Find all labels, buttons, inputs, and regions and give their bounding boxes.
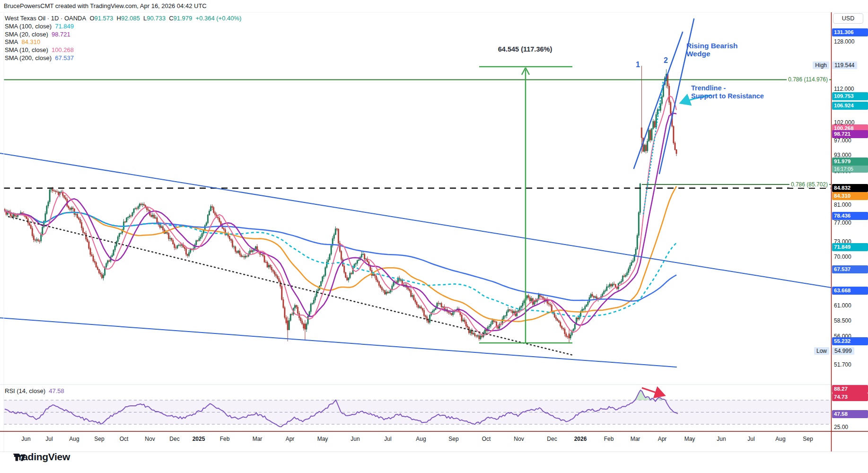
time-axis-label: Dec	[547, 436, 557, 442]
price-axis-badge: 67.537	[832, 265, 868, 273]
rsi-axis-badge: 74.73	[832, 393, 868, 401]
time-axis-label: Feb	[220, 436, 230, 442]
high-value: 92.085	[121, 15, 140, 22]
sma-10-line[interactable]	[5, 96, 676, 335]
price-axis-badge: 78.436	[832, 212, 868, 220]
candle-wicks-down	[5, 66, 676, 342]
time-axis-label: Oct	[120, 436, 129, 442]
tradingview-logo[interactable]: TradingView	[13, 451, 70, 463]
price-pane[interactable]	[4, 66, 677, 342]
time-axis-label: Jul	[747, 436, 754, 442]
tradingview-logo-mark	[13, 451, 26, 464]
rsi-divergence-arrow[interactable]	[642, 388, 663, 395]
wave-marker-1[interactable]: 1	[636, 61, 640, 69]
rsi-label: RSI (14, close)	[5, 387, 45, 394]
price-axis-badge: 63.668	[832, 287, 868, 295]
high-label: H	[117, 15, 121, 22]
time-axis-label: Aug	[416, 436, 426, 442]
rsi-axis-badge: 88.27	[832, 385, 868, 393]
time-axis-label: Sep	[448, 436, 458, 442]
fib-label-low[interactable]: 0.786 (85.702)	[789, 181, 829, 188]
wave-marker-2[interactable]: 2	[664, 56, 668, 65]
time-axis-label: Sep	[94, 436, 104, 442]
candle-bodies-down	[4, 74, 677, 339]
time-axis-label: Aug	[69, 436, 79, 442]
rsi-pane[interactable]	[4, 388, 831, 427]
price-tick: 61.000	[834, 302, 851, 309]
rsi-legend[interactable]: RSI (14, close) 47.58	[5, 387, 64, 394]
symbol-title-row[interactable]: West Texas Oil · 1D · OANDA O91.573 H92.…	[5, 15, 241, 23]
time-axis-label: Mar	[631, 436, 640, 442]
price-axis-badge: 71.849	[832, 243, 868, 251]
price-axis-badge: 55.232	[832, 337, 868, 345]
price-axis-badge: 84.310	[832, 192, 868, 200]
time-axis-label: Nov	[145, 436, 155, 442]
symbol-title: West Texas Oil · 1D · OANDA	[5, 15, 86, 22]
time-axis-label: Aug	[775, 436, 785, 442]
time-axis-label: Feb	[604, 436, 614, 442]
time-axis-label: Oct	[482, 436, 491, 442]
symbol-legend[interactable]: West Texas Oil · 1D · OANDA O91.573 H92.…	[5, 15, 241, 62]
time-axis-label: Jul	[384, 436, 391, 442]
time-axis-label: 2025	[193, 436, 205, 442]
open-label: O	[89, 15, 94, 22]
high-marker-chip: High	[813, 61, 829, 69]
low-price-chip: 54.999	[832, 347, 854, 355]
time-axis-label: Dec	[169, 436, 179, 442]
price-axis-badge: 109.753	[832, 92, 868, 100]
time-axis-label: Apr	[286, 436, 295, 442]
high-price-chip: 119.544	[832, 61, 857, 69]
fib-label-high[interactable]: 0.786 (114.976)	[787, 76, 829, 83]
time-axis-label: Jun	[351, 436, 359, 442]
channel-upper[interactable]	[0, 153, 831, 288]
price-tick: 128.000	[834, 38, 854, 45]
change-value: +0.364 (+0.40%)	[196, 15, 242, 22]
wedge-annotation[interactable]: Rising Bearish Wedge	[686, 42, 738, 58]
chart-canvas[interactable]	[0, 0, 868, 473]
price-tick: 112.000	[834, 86, 854, 92]
close-label: C	[169, 15, 173, 22]
time-axis-label: Jun	[21, 436, 30, 442]
indicator-row-sma100[interactable]: SMA (100, close) 71.849	[5, 23, 241, 31]
price-tick: 58.500	[834, 317, 851, 324]
sma-50-line[interactable]	[5, 186, 676, 322]
price-axis-badge: 91.97916:17:05	[832, 158, 868, 173]
indicator-row-sma200[interactable]: SMA (200, close) 67.537	[5, 54, 241, 62]
time-axis-label: May	[317, 436, 328, 442]
time-axis-label: May	[684, 436, 695, 442]
time-axis-label: Nov	[514, 436, 524, 442]
time-axis-label: 2026	[574, 436, 587, 442]
low-value: 90.733	[147, 15, 166, 22]
indicator-row-sma20[interactable]: SMA (20, close) 98.721	[5, 31, 241, 39]
price-tick: 77.000	[834, 219, 851, 226]
attribution-text: BrucePowersCMT created with TradingView.…	[4, 2, 207, 9]
countdown-timer: 16:17:05	[832, 166, 868, 173]
time-axis-label: Sep	[803, 436, 813, 442]
open-value: 91.573	[95, 15, 114, 22]
drawings-layer[interactable]	[0, 19, 831, 367]
trendline-annotation[interactable]: Trendline - Support to Resistance	[691, 84, 764, 100]
rsi-value: 47.58	[49, 387, 64, 394]
low-marker-chip: Low	[814, 347, 829, 355]
time-axis-label: Jul	[45, 436, 53, 442]
price-tick: 51.700	[834, 361, 851, 368]
time-axis-label: Apr	[658, 436, 667, 442]
tradingview-chart-window: BrucePowersCMT created with TradingView.…	[0, 0, 868, 473]
price-tick: 70.000	[834, 254, 851, 260]
price-axis-badge: 131.306	[832, 28, 868, 36]
rsi-tick: 25.00	[834, 424, 848, 430]
indicator-row-sma50[interactable]: SMA 84.310	[5, 38, 241, 46]
price-range-measurement[interactable]	[479, 67, 572, 343]
price-axis-badge: 106.924	[832, 102, 868, 110]
close-value: 91.979	[174, 15, 193, 22]
price-range-label[interactable]: 64.545 (117.36%)	[498, 45, 552, 53]
indicator-row-sma10[interactable]: SMA (10, close) 100.268	[5, 46, 241, 54]
time-axis-label: Jun	[717, 436, 726, 442]
price-axis-badge: 84.832	[832, 184, 868, 192]
time-axis-label: Mar	[253, 436, 263, 442]
price-tick: 81.000	[834, 201, 851, 208]
price-axis-badge: 98.721	[832, 130, 868, 138]
rsi-axis-badge: 47.58	[832, 410, 868, 418]
